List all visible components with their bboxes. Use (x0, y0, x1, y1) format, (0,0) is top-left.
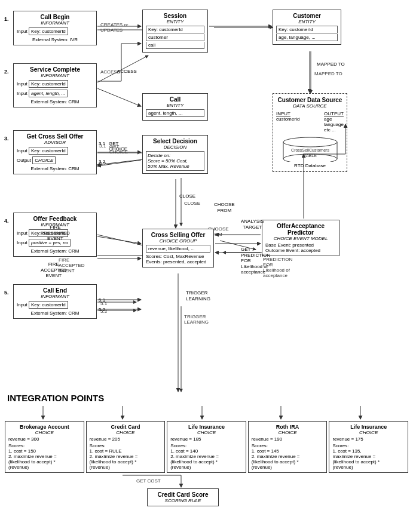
int-box1-revenue: revenue = 205 (90, 436, 162, 442)
svg-line-16 (97, 235, 148, 247)
step3-box: 3. Get Cross Sell Offer ADVISOR Input Ke… (13, 130, 97, 174)
cds-title: Customer Data Source (276, 97, 344, 103)
cross-selling-field1: revenue, likelihood, ... (146, 245, 210, 253)
svg-text:UPDATES: UPDATES (100, 27, 123, 33)
step4-num: 4. (4, 218, 9, 224)
integration-box-1: Credit Card CHOICE revenue = 205 Scores:… (86, 421, 166, 473)
select-decision-title: Select Decision (146, 138, 204, 144)
integration-box-4: Life Insurance CHOICE revenue = 175 Scor… (329, 421, 408, 473)
cross-selling-title: Cross Selling Offer (146, 232, 210, 238)
step5-subtitle: INFORMANT (17, 294, 93, 299)
oa-subtitle: CHOICE EVENT MODEL (265, 236, 336, 241)
session-box: Session ENTITY Key: customerId customer … (142, 10, 208, 53)
step3-title: Get Cross Sell Offer (17, 133, 93, 140)
svg-text:CREATES or: CREATES or (100, 22, 129, 27)
access-label: ACCESS (117, 69, 137, 74)
step3-field2: CHOICE (32, 156, 56, 164)
step5-num: 5. (4, 290, 9, 296)
svg-line-54 (97, 236, 141, 244)
step3-num: 3. (4, 136, 9, 142)
step1-field1: Key: customerId (29, 27, 68, 35)
step3-subtitle: ADVISOR (17, 140, 93, 145)
integration-arrows-svg (5, 406, 408, 421)
int-box1-scores: Scores: 1. cost = RULE 2. maximize reven… (90, 443, 162, 470)
svg-text:CLOSE: CLOSE (184, 201, 200, 206)
step2-field2: agent, length, ... (29, 90, 68, 97)
customer-box: Customer ENTITY Key: customerId age, lan… (273, 10, 341, 45)
step5-title: Call End (17, 287, 93, 294)
mapped-to-label: MAPPED TO (317, 61, 345, 67)
svg-point-43 (283, 137, 337, 147)
int-box2-subtitle: CHOICE (170, 430, 243, 435)
svg-text:GET COST: GET COST (136, 478, 161, 484)
credit-card-score-box: Credit Card Score SCORING RULE (147, 488, 219, 506)
session-field1: Key: customerId (146, 26, 204, 33)
step1-box: 1. Call Begin INFORMANT Input Key: custo… (13, 11, 97, 45)
choose-from-label: CHOOSEFROM (214, 202, 235, 213)
int-box2-scores: Scores: 1. cost = 140 2. maximize revenu… (170, 443, 243, 470)
step2-num: 2. (4, 69, 9, 75)
cds-db-name: RTD Database (276, 163, 344, 168)
customer-data-source-box: Customer Data Source DATA SOURCE INPUT c… (273, 93, 347, 172)
analysis-target-label: ANALYSISTARGET (241, 219, 264, 230)
oa-outcome-event: Outcome Event: accepted (265, 248, 336, 253)
int-box3-title: Roth IRA (252, 424, 324, 430)
oa-base-event: Base Event: presented (265, 242, 336, 248)
step1-subtitle: INFORMANT (17, 20, 93, 26)
step32-label: 3.2 (99, 159, 105, 164)
select-decision-subtitle: DECISION (146, 144, 204, 150)
int-box2-title: Life Insurance (170, 424, 243, 430)
session-subtitle: ENTITY (146, 19, 204, 24)
customer-subtitle: ENTITY (276, 19, 338, 24)
customer-field2: age, language, ... (276, 34, 338, 41)
session-title: Session (146, 13, 204, 19)
int-box0-scores: Scores: 1. cost = 150 2. maximize revenu… (8, 443, 81, 470)
close-label: CLOSE (179, 193, 195, 199)
scoring-area: GET COST Credit Card Score SCORING RULE (5, 474, 408, 513)
step2-box: 2. Service Complete INFORMANT Input Key:… (13, 63, 97, 107)
int-box0-revenue: revenue = 300 (8, 436, 81, 442)
call-title: Call (146, 96, 204, 103)
db-cylinder-svg: CrossSellCustomers TABLE (280, 135, 340, 162)
cds-input-field: customerId (276, 116, 300, 122)
int-box1-title: Credit Card (90, 424, 162, 430)
customer-field1: Key: customerId (276, 26, 338, 33)
step51-label: 5.1 (99, 297, 105, 303)
offer-acceptance-box: OfferAcceptancePredictor CHOICE EVENT MO… (262, 220, 339, 256)
cross-selling-box: Cross Selling Offer CHOICE GROUP revenue… (142, 229, 214, 267)
fire-accepted-label: FIREACCEPTEDEVENT (41, 262, 67, 279)
int-box0-title: Brokerage Account (8, 424, 81, 430)
call-subtitle: ENTITY (146, 103, 204, 108)
ccs-subtitle: SCORING RULE (152, 498, 213, 503)
cds-output-fields: age language etc ... (324, 116, 344, 133)
trigger-learning-label: TRIGGERLEARNING (186, 290, 210, 302)
svg-text:MAPPED TO: MAPPED TO (314, 71, 342, 76)
step1-num: 1. (4, 16, 9, 22)
step4-ext: External System: CRM (17, 248, 93, 254)
step5-ext: External System: CRM (17, 310, 93, 316)
step31-label: 3.1 (99, 141, 105, 146)
integration-box-2: Life Insurance CHOICE revenue = 185 Scor… (167, 421, 246, 473)
ccs-title: Credit Card Score (152, 491, 213, 498)
cross-selling-extra: Scores: Cost, MaxRevenue Events: present… (146, 254, 210, 265)
diagram-container: CREATES or UPDATES ACCESS MAPPED TO GET … (0, 0, 413, 518)
svg-text:LEARNING: LEARNING (184, 319, 209, 325)
step4-title: Offer Feedback (17, 216, 93, 222)
int-box3-scores: Scores: 1. cost = 145 2. maximize revenu… (252, 443, 324, 470)
int-box1-subtitle: CHOICE (90, 430, 162, 435)
int-box2-revenue: revenue = 185 (170, 436, 243, 442)
int-box4-revenue: revenue = 175 (332, 436, 405, 442)
step5-box: 5. Call End INFORMANT Input Key: custome… (13, 284, 97, 319)
select-decision-box: Select Decision DECISION Decide on:Score… (142, 135, 208, 174)
step2-field1: Key: customerId (29, 80, 68, 88)
cds-output-label: OUTPUT (324, 111, 344, 116)
customer-title: Customer (276, 13, 338, 19)
cds-input-label: INPUT (276, 111, 300, 116)
int-box0-subtitle: CHOICE (8, 430, 81, 435)
svg-text:CrossSellCustomers: CrossSellCustomers (291, 148, 329, 152)
cds-subtitle: DATA SOURCE (276, 103, 344, 109)
cross-selling-subtitle: CHOICE GROUP (146, 238, 210, 244)
int-box4-subtitle: CHOICE (332, 430, 405, 435)
step5-field1: Key: customerId (29, 301, 68, 309)
main-diagram: CREATES or UPDATES ACCESS MAPPED TO GET … (5, 5, 408, 392)
